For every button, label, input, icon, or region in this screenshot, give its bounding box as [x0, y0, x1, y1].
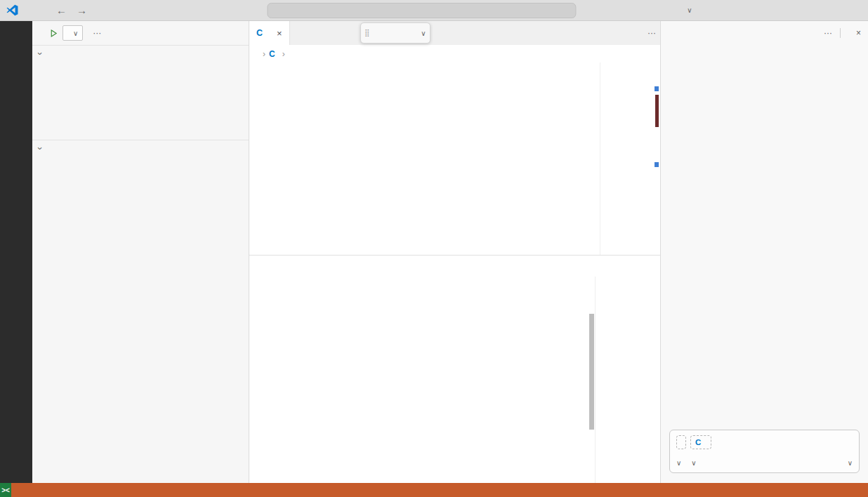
- terminal-scrollbar[interactable]: [588, 277, 595, 483]
- debug-start-icon[interactable]: [49, 29, 58, 38]
- debug-toolbar: ⣿ ∨: [360, 22, 430, 44]
- copilot-chat-button[interactable]: [663, 0, 684, 20]
- copilot-chevron-icon[interactable]: ∨: [684, 0, 695, 20]
- chevron-icon: ›: [35, 143, 46, 153]
- toggle-sidebar-left-button[interactable]: [716, 0, 737, 20]
- close-button[interactable]: [839, 0, 868, 20]
- chat-more-icon[interactable]: ···: [824, 28, 832, 38]
- nav-back-icon[interactable]: ←: [56, 4, 67, 16]
- status-bar: ><: [0, 483, 868, 497]
- c-file-icon: C: [256, 28, 263, 38]
- toolbar-chevron-icon[interactable]: ∨: [421, 29, 426, 37]
- breadcrumb-sep-icon: ›: [263, 49, 265, 59]
- minimap[interactable]: [600, 62, 653, 255]
- section-xperipherals[interactable]: ›: [32, 140, 249, 156]
- tab-main-c[interactable]: C ×: [249, 21, 290, 45]
- chevron-icon: ›: [35, 48, 46, 58]
- maximize-button[interactable]: [809, 0, 839, 20]
- run-debug-sidebar: ∨ ··· › ›: [32, 21, 249, 483]
- tab-close-icon[interactable]: ×: [277, 28, 282, 39]
- chat-input-box[interactable]: C ∨ ∨ ∨: [669, 430, 860, 473]
- sidebar-more-icon[interactable]: ···: [93, 28, 101, 38]
- remote-indicator[interactable]: ><: [0, 483, 11, 497]
- xperipherals-tree: [32, 156, 249, 483]
- terminal-output[interactable]: [249, 277, 588, 483]
- c-file-icon: C: [695, 438, 701, 446]
- vscode-logo-icon: [0, 4, 24, 16]
- breadcrumbs: › C ›: [249, 45, 660, 62]
- toggle-panel-button[interactable]: [737, 0, 758, 20]
- toolbar-grip-icon[interactable]: ⣿: [364, 30, 370, 36]
- terminal-instance-list: [595, 277, 660, 483]
- toggle-sidebar-right-button[interactable]: [758, 0, 780, 20]
- section-cortex-live-watch[interactable]: ›: [32, 45, 249, 61]
- c-file-icon: C: [269, 49, 275, 59]
- chevron-down-icon: ∨: [73, 29, 78, 37]
- overview-ruler[interactable]: [653, 62, 660, 255]
- code-editor[interactable]: [249, 62, 660, 255]
- chat-close-icon[interactable]: ×: [856, 28, 861, 38]
- editor-more-icon[interactable]: ···: [647, 28, 656, 38]
- send-chevron-icon[interactable]: ∨: [848, 459, 853, 467]
- nav-forward-icon[interactable]: →: [77, 4, 87, 16]
- title-bar: ← → ∨: [0, 0, 868, 21]
- activity-bar: [0, 21, 32, 483]
- command-center-search[interactable]: [267, 3, 576, 18]
- debug-config-dropdown[interactable]: ∨: [63, 25, 83, 41]
- chat-panel: ··· × C: [660, 21, 868, 483]
- panel-tab-bar: [249, 256, 660, 277]
- minimize-button[interactable]: [780, 0, 809, 20]
- attach-context-button[interactable]: [676, 435, 686, 449]
- bottom-panel: [249, 255, 660, 483]
- context-chip-main-c[interactable]: C: [690, 435, 711, 449]
- customize-layout-button[interactable]: [695, 0, 716, 20]
- problems-status[interactable]: [11, 483, 30, 497]
- live-watch-body: [32, 61, 249, 140]
- mode-picker[interactable]: ∨: [676, 458, 681, 468]
- model-picker[interactable]: ∨: [691, 458, 696, 468]
- breadcrumb-sep-icon: ›: [282, 49, 285, 59]
- editor-tab-bar: C × ⣿ ∨ ···: [249, 21, 660, 45]
